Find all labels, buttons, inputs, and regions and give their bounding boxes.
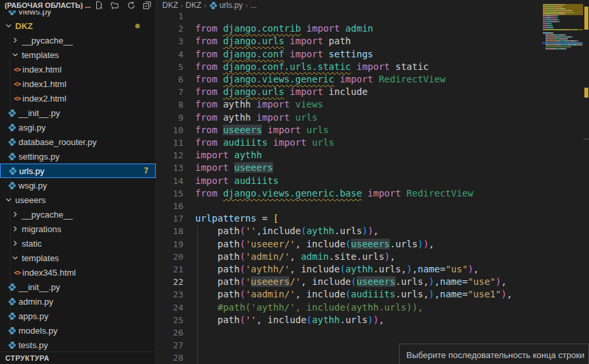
- line-number-27[interactable]: 27: [157, 339, 183, 351]
- tree-item-__pycache__[interactable]: __pycache__: [0, 33, 156, 47]
- line-number-18[interactable]: 18: [157, 225, 183, 237]
- tree-item-label: __pycache__: [22, 210, 73, 220]
- line-number-11[interactable]: 11: [157, 136, 183, 149]
- line-number-14[interactable]: 14: [157, 175, 183, 187]
- code-line-3[interactable]: from django.urls import path: [195, 35, 351, 47]
- code-line-8[interactable]: from aythh import views: [195, 98, 323, 111]
- line-number-21[interactable]: 21: [157, 263, 183, 276]
- tree-item-asgi.py[interactable]: asgi.py: [0, 120, 156, 135]
- code-area[interactable]: 12from django.contrib import admin3from …: [157, 0, 589, 364]
- code-token: [195, 315, 218, 325]
- minimap-line: [543, 23, 547, 24]
- line-number-10[interactable]: 10: [157, 124, 183, 136]
- line-number-7[interactable]: 7: [157, 86, 183, 98]
- code-token: settings: [328, 49, 373, 59]
- tree-item-templates[interactable]: templates: [0, 251, 156, 265]
- line-number-15[interactable]: 15: [157, 187, 183, 200]
- new-file-icon[interactable]: [94, 1, 104, 10]
- line-number-17[interactable]: 17: [157, 212, 183, 225]
- code-line-15[interactable]: from django.views.generic.base import Re…: [195, 187, 473, 200]
- line-number-6[interactable]: 6: [157, 73, 183, 86]
- code-token: [195, 276, 218, 287]
- code-token: ): [495, 276, 501, 287]
- tree-item-apps.py[interactable]: apps.py: [0, 309, 156, 323]
- code-line-18[interactable]: path('',include(aythh.urls)),: [195, 225, 379, 237]
- breadcrumb-segment-3[interactable]: ...: [250, 1, 257, 10]
- line-number-19[interactable]: 19: [157, 238, 183, 251]
- tree-item-index345.html[interactable]: <>index345.html: [0, 265, 156, 280]
- code-line-20[interactable]: path('admin/', admin.site.urls),: [195, 251, 396, 263]
- collapse-all-icon[interactable]: [142, 1, 152, 10]
- line-number-12[interactable]: 12: [157, 149, 183, 162]
- tree-item-DKZ[interactable]: DKZ: [0, 18, 156, 33]
- tree-item-useeers[interactable]: useeers: [0, 193, 156, 207]
- tree-item-index2.html[interactable]: <>index2.html: [0, 91, 156, 106]
- minimap-line: [567, 38, 568, 40]
- line-number-16[interactable]: 16: [157, 200, 183, 212]
- code-line-7[interactable]: from django.urls import include: [195, 86, 367, 98]
- vertical-scrollbar[interactable]: [583, 138, 589, 140]
- code-line-25[interactable]: path('', include(aythh.urls)),: [195, 314, 385, 326]
- tree-item-migrations[interactable]: migrations: [0, 222, 156, 236]
- refresh-icon[interactable]: [127, 1, 136, 10]
- breadcrumb-segment-2[interactable]: urls.py: [209, 1, 243, 10]
- outline-section-header[interactable]: СТРУКТУРА: [0, 351, 156, 364]
- tree-item-__init__.py[interactable]: __init__.py: [0, 280, 156, 294]
- code-line-2[interactable]: from django.contrib import admin: [195, 22, 373, 35]
- line-number-8[interactable]: 8: [157, 98, 183, 111]
- tree-item-templates[interactable]: templates: [0, 47, 156, 62]
- code-line-19[interactable]: path('useeer/', include(useeers.urls)),: [195, 238, 435, 251]
- tree-item-models.py[interactable]: models.py: [0, 323, 156, 338]
- line-number-24[interactable]: 24: [157, 301, 183, 314]
- line-number-4[interactable]: 4: [157, 48, 183, 61]
- code-line-24[interactable]: #path('aythh/', include(aythh.urls)),: [195, 301, 423, 314]
- line-number-3[interactable]: 3: [157, 35, 183, 47]
- line-number-13[interactable]: 13: [157, 162, 183, 174]
- tree-item-tests.py[interactable]: tests.py: [0, 338, 156, 352]
- line-number-5[interactable]: 5: [157, 61, 183, 73]
- code-line-14[interactable]: import audiiits: [195, 175, 278, 187]
- tree-item-static[interactable]: static: [0, 236, 156, 251]
- code-line-4[interactable]: from django.conf import settings: [195, 48, 373, 61]
- code-line-6[interactable]: from django.views.generic import Redirec…: [195, 73, 445, 86]
- line-number-22[interactable]: 22: [157, 276, 183, 288]
- code-line-11[interactable]: from audiiits import urls: [195, 136, 334, 149]
- code-line-17[interactable]: urlpatterns = [: [195, 212, 278, 225]
- code-token: (: [239, 239, 245, 249]
- line-number-2[interactable]: 2: [157, 22, 183, 35]
- tree-item-__init__.py[interactable]: __init__.py: [0, 106, 156, 120]
- code-token: import: [251, 99, 295, 109]
- code-token: path: [328, 36, 351, 46]
- tree-item-urls.py[interactable]: urls.py7: [0, 164, 156, 178]
- breadcrumb-segment-1[interactable]: DKZ: [185, 1, 201, 10]
- code-line-23[interactable]: path('aadmin/', include(audiiits.urls,),…: [195, 288, 512, 301]
- tree-item-index1.html[interactable]: <>index1.html: [0, 76, 156, 91]
- line-number-20[interactable]: 20: [157, 251, 183, 263]
- code-line-22[interactable]: path('useeers/', include(useeers.urls,),…: [195, 276, 507, 288]
- code-line-9[interactable]: from aythh import urls: [195, 111, 317, 124]
- tree-item-database_roouter.py[interactable]: database_roouter.py: [0, 135, 156, 149]
- line-number-23[interactable]: 23: [157, 288, 183, 301]
- code-line-5[interactable]: from django.conf.urls.static import stat…: [195, 61, 429, 73]
- code-token: aythh: [223, 112, 251, 123]
- code-line-10[interactable]: from useeers import urls: [195, 124, 328, 136]
- line-number-28[interactable]: 28: [157, 351, 183, 364]
- code-line-13[interactable]: import useeers: [195, 162, 273, 174]
- code-token: ,: [412, 264, 418, 274]
- tree-item-__pycache__[interactable]: __pycache__: [0, 207, 156, 222]
- line-number-9[interactable]: 9: [157, 111, 183, 124]
- code-token: ): [501, 289, 507, 299]
- code-token: =: [462, 289, 468, 299]
- tree-item-admin.py[interactable]: admin.py: [0, 294, 156, 309]
- code-line-21[interactable]: path('aythh/', include(aythh.urls,),name…: [195, 263, 479, 276]
- code-token: "us": [445, 264, 468, 274]
- tree-item-settings.py[interactable]: settings.py: [0, 149, 156, 164]
- tree-item-index.html[interactable]: <>index.html: [0, 62, 156, 76]
- line-number-1[interactable]: 1: [157, 10, 183, 22]
- breadcrumb-segment-0[interactable]: DKZ: [162, 1, 178, 10]
- line-number-26[interactable]: 26: [157, 326, 183, 339]
- line-number-25[interactable]: 25: [157, 314, 183, 326]
- new-folder-icon[interactable]: [110, 1, 120, 10]
- code-line-12[interactable]: import aythh: [195, 149, 262, 162]
- tree-item-wsgi.py[interactable]: wsgi.py: [0, 178, 156, 193]
